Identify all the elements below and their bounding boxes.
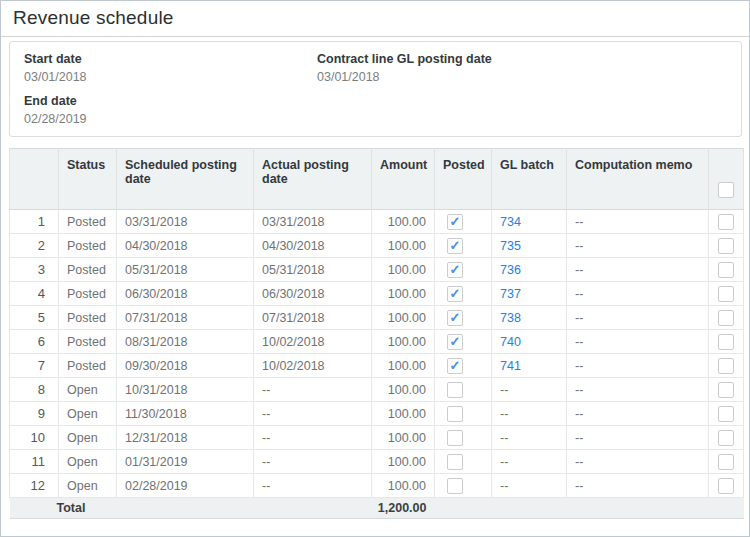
memo-cell: -- [567, 378, 709, 402]
row-number: 3 [10, 258, 59, 282]
total-row: Total 1,200.00 [10, 498, 744, 519]
end-date-label: End date [24, 94, 87, 108]
status-cell: Open [59, 426, 117, 450]
actual-date-cell: 04/30/2018 [254, 234, 372, 258]
status-cell: Posted [59, 210, 117, 234]
row-checkbox[interactable] [718, 262, 734, 278]
info-column-left: Start date 03/01/2018 End date 02/28/201… [24, 52, 87, 136]
table-row: 7Posted09/30/201810/02/2018100.00✓741-- [10, 354, 744, 378]
posted-checkbox-checked: ✓ [447, 262, 463, 278]
info-column-right: Contract line GL posting date 03/01/2018 [317, 52, 492, 94]
posted-checkbox [447, 406, 463, 422]
col-header-row-number [10, 149, 59, 210]
amount-cell: 100.00 [372, 258, 435, 282]
actual-date-cell: 03/31/2018 [254, 210, 372, 234]
posted-checkbox-checked: ✓ [447, 334, 463, 350]
posted-cell [435, 450, 492, 474]
col-header-gl-batch: GL batch [492, 149, 567, 210]
posted-cell [435, 426, 492, 450]
table-row: 5Posted07/31/201807/31/2018100.00✓738-- [10, 306, 744, 330]
select-all-checkbox[interactable] [718, 182, 734, 198]
status-cell: Posted [59, 330, 117, 354]
scheduled-date-cell: 02/28/2019 [117, 474, 254, 498]
row-checkbox[interactable] [718, 382, 734, 398]
status-cell: Open [59, 474, 117, 498]
posted-cell [435, 378, 492, 402]
status-cell: Open [59, 378, 117, 402]
gl-batch-cell: 737 [492, 282, 567, 306]
amount-cell: 100.00 [372, 402, 435, 426]
gl-batch-link[interactable]: 735 [500, 239, 521, 253]
scheduled-date-cell: 07/31/2018 [117, 306, 254, 330]
gl-batch-link[interactable]: 737 [500, 287, 521, 301]
memo-cell: -- [567, 210, 709, 234]
memo-cell: -- [567, 282, 709, 306]
total-label: Total [10, 498, 372, 519]
table-row: 6Posted08/31/201810/02/2018100.00✓740-- [10, 330, 744, 354]
posted-cell: ✓ [435, 282, 492, 306]
table-row: 10Open12/31/2018--100.00---- [10, 426, 744, 450]
amount-cell: 100.00 [372, 234, 435, 258]
status-cell: Open [59, 450, 117, 474]
gl-batch-link[interactable]: 741 [500, 359, 521, 373]
table-row: 11Open01/31/2019--100.00---- [10, 450, 744, 474]
posted-checkbox [447, 382, 463, 398]
row-select-cell [709, 330, 744, 354]
row-number: 2 [10, 234, 59, 258]
row-checkbox[interactable] [718, 238, 734, 254]
posted-checkbox [447, 430, 463, 446]
posted-cell [435, 474, 492, 498]
row-checkbox[interactable] [718, 430, 734, 446]
revenue-schedule-window: { "page": { "title": "Revenue schedule" … [0, 0, 750, 537]
table-row: 4Posted06/30/201806/30/2018100.00✓737-- [10, 282, 744, 306]
memo-cell: -- [567, 306, 709, 330]
gl-batch-link[interactable]: 734 [500, 215, 521, 229]
schedule-info-panel: Start date 03/01/2018 End date 02/28/201… [9, 41, 742, 137]
row-checkbox[interactable] [718, 478, 734, 494]
memo-cell: -- [567, 330, 709, 354]
row-select-cell [709, 282, 744, 306]
row-checkbox[interactable] [718, 310, 734, 326]
posted-cell: ✓ [435, 354, 492, 378]
row-number: 4 [10, 282, 59, 306]
row-select-cell [709, 450, 744, 474]
row-select-cell [709, 378, 744, 402]
row-checkbox[interactable] [718, 214, 734, 230]
posted-checkbox-checked: ✓ [447, 238, 463, 254]
gl-batch-cell: -- [492, 474, 567, 498]
schedule-table: Status Scheduled posting date Actual pos… [9, 148, 743, 519]
status-cell: Posted [59, 354, 117, 378]
row-number: 8 [10, 378, 59, 402]
scheduled-date-cell: 04/30/2018 [117, 234, 254, 258]
row-checkbox[interactable] [718, 454, 734, 470]
gl-batch-cell: -- [492, 426, 567, 450]
memo-cell: -- [567, 402, 709, 426]
actual-date-cell: 10/02/2018 [254, 354, 372, 378]
row-checkbox[interactable] [718, 406, 734, 422]
row-number: 7 [10, 354, 59, 378]
table-row: 9Open11/30/2018--100.00---- [10, 402, 744, 426]
status-cell: Posted [59, 234, 117, 258]
gl-batch-link[interactable]: 738 [500, 311, 521, 325]
row-select-cell [709, 258, 744, 282]
row-select-cell [709, 402, 744, 426]
scheduled-date-cell: 03/31/2018 [117, 210, 254, 234]
table-row: 8Open10/31/2018--100.00---- [10, 378, 744, 402]
actual-date-cell: 06/30/2018 [254, 282, 372, 306]
table-row: 2Posted04/30/201804/30/2018100.00✓735-- [10, 234, 744, 258]
col-header-scheduled-date: Scheduled posting date [117, 149, 254, 210]
posted-checkbox-checked: ✓ [447, 310, 463, 326]
gl-batch-empty: -- [500, 407, 508, 421]
scheduled-date-cell: 12/31/2018 [117, 426, 254, 450]
total-amount: 1,200.00 [372, 498, 435, 519]
row-checkbox[interactable] [718, 334, 734, 350]
status-cell: Posted [59, 282, 117, 306]
gl-posting-date-label: Contract line GL posting date [317, 52, 492, 66]
gl-batch-link[interactable]: 740 [500, 335, 521, 349]
row-checkbox[interactable] [718, 358, 734, 374]
col-header-memo: Computation memo [567, 149, 709, 210]
amount-cell: 100.00 [372, 354, 435, 378]
posted-cell [435, 402, 492, 426]
gl-batch-link[interactable]: 736 [500, 263, 521, 277]
row-checkbox[interactable] [718, 286, 734, 302]
